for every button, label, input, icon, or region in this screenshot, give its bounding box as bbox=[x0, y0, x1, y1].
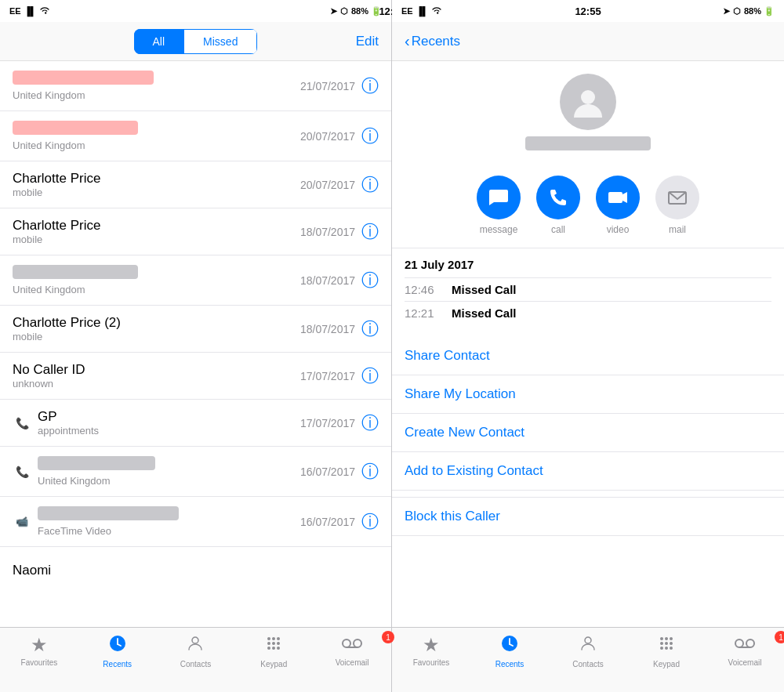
svg-point-26 bbox=[670, 637, 673, 640]
info-icon-7[interactable]: ⓘ bbox=[361, 364, 379, 388]
call-item-11[interactable]: Naomi bbox=[0, 547, 391, 594]
svg-point-24 bbox=[660, 637, 663, 640]
svg-point-29 bbox=[670, 642, 673, 645]
call-date-10: 16/07/2017 bbox=[300, 516, 355, 528]
call-info-4: Charlotte Price mobile bbox=[13, 218, 300, 245]
call-sub-7: unknown bbox=[13, 378, 300, 389]
info-icon-6[interactable]: ⓘ bbox=[361, 317, 379, 341]
svg-point-16 bbox=[581, 90, 595, 104]
info-icon-5[interactable]: ⓘ bbox=[361, 269, 379, 292]
tab-voicemail-right[interactable]: 1 Voicemail bbox=[706, 634, 784, 667]
contact-name-blurred bbox=[525, 136, 651, 150]
svg-point-5 bbox=[272, 637, 275, 640]
call-item-7[interactable]: No Caller ID unknown 17/07/2017 ⓘ bbox=[0, 353, 391, 400]
create-contact-item[interactable]: Create New Contact bbox=[392, 414, 784, 452]
info-icon-10[interactable]: ⓘ bbox=[361, 510, 379, 534]
info-icon-4[interactable]: ⓘ bbox=[361, 220, 379, 244]
call-date-6: 18/07/2017 bbox=[300, 323, 355, 335]
call-sub-9: United Kingdom bbox=[38, 475, 300, 487]
tab-contacts-right[interactable]: Contacts bbox=[549, 634, 627, 668]
nav-bar-left: All Missed Edit bbox=[0, 22, 391, 61]
video-action-btn[interactable]: video bbox=[596, 176, 640, 235]
star-icon-right: ★ bbox=[423, 634, 440, 656]
tab-label-keypad-left: Keypad bbox=[260, 660, 287, 668]
call-item-3[interactable]: Charlotte Price mobile 20/07/2017 ⓘ bbox=[0, 161, 391, 208]
location-icon-left: ➤ bbox=[330, 6, 337, 16]
info-icon-2[interactable]: ⓘ bbox=[361, 125, 379, 148]
add-existing-item[interactable]: Add to Existing Contact bbox=[392, 452, 784, 491]
call-action-btn[interactable]: call bbox=[536, 176, 580, 235]
tab-favourites-right[interactable]: ★ Favourites bbox=[392, 634, 470, 667]
call-name-blurred-9 bbox=[38, 456, 155, 470]
call-sub-4: mobile bbox=[13, 234, 300, 245]
svg-point-28 bbox=[665, 642, 668, 645]
tab-contacts-left[interactable]: Contacts bbox=[157, 634, 235, 668]
info-icon-3[interactable]: ⓘ bbox=[361, 173, 379, 197]
block-section: Block this Caller bbox=[392, 497, 784, 536]
time-right: 12:55 bbox=[575, 5, 601, 17]
tab-label-recents-right: Recents bbox=[495, 660, 524, 668]
bluetooth-icon-right: ⬡ bbox=[733, 6, 741, 16]
edit-button[interactable]: Edit bbox=[356, 34, 379, 49]
call-name-8: GP bbox=[38, 409, 300, 425]
message-action-btn[interactable]: message bbox=[477, 176, 521, 235]
call-date-9: 16/07/2017 bbox=[300, 466, 355, 478]
call-info-1: United Kingdom bbox=[13, 71, 300, 101]
info-icon-1[interactable]: ⓘ bbox=[361, 74, 379, 98]
block-caller-item[interactable]: Block this Caller bbox=[392, 497, 784, 536]
carrier-right: EE bbox=[401, 6, 413, 16]
tab-favourites-left[interactable]: ★ Favourites bbox=[0, 634, 78, 667]
info-icon-9[interactable]: ⓘ bbox=[361, 460, 379, 484]
call-item-5[interactable]: United Kingdom 18/07/2017 ⓘ bbox=[0, 255, 391, 306]
voicemail-icon-left: 1 bbox=[341, 634, 363, 656]
call-sub-5: United Kingdom bbox=[13, 284, 300, 295]
call-name-blurred-1 bbox=[13, 71, 154, 85]
tab-bar-left: ★ Favourites Recents Contacts Keypad 1 bbox=[0, 627, 391, 692]
tab-recents-left[interactable]: Recents bbox=[78, 634, 157, 668]
right-status-icons-right: ➤ ⬡ 88% 🔋 bbox=[723, 6, 775, 16]
call-info-10: FaceTime Video bbox=[38, 506, 300, 537]
status-bar-left: EE ▐▌ 12:54 ➤ ⬡ 88% 🔋 bbox=[0, 0, 391, 22]
signal-icon: ▐▌ bbox=[24, 6, 37, 16]
call-item-1[interactable]: United Kingdom 21/07/2017 ⓘ bbox=[0, 61, 391, 111]
call-name-6: Charlotte Price (2) bbox=[13, 315, 300, 331]
call-history-item-2: 12:21 Missed Call bbox=[405, 301, 771, 324]
left-status-icons-right: EE ▐▌ bbox=[401, 6, 442, 16]
call-date-2: 20/07/2017 bbox=[300, 130, 355, 143]
call-item-6[interactable]: Charlotte Price (2) mobile 18/07/2017 ⓘ bbox=[0, 306, 391, 353]
tab-recents-right[interactable]: Recents bbox=[470, 634, 549, 668]
share-location-item[interactable]: Share My Location bbox=[392, 375, 784, 414]
segment-control[interactable]: All Missed bbox=[134, 29, 258, 54]
call-info-9: United Kingdom bbox=[38, 456, 300, 487]
nav-bar-right: ‹ Recents bbox=[392, 22, 784, 61]
info-icon-8[interactable]: ⓘ bbox=[361, 411, 379, 435]
call-info-2: United Kingdom bbox=[13, 121, 300, 151]
call-info-11: Naomi bbox=[13, 563, 379, 578]
call-item-8[interactable]: 📞 GP appointments 17/07/2017 ⓘ bbox=[0, 400, 391, 447]
call-item-9[interactable]: 📞 United Kingdom 16/07/2017 ⓘ bbox=[0, 447, 391, 497]
svg-point-33 bbox=[735, 639, 743, 647]
segment-all[interactable]: All bbox=[134, 29, 184, 54]
call-sub-3: mobile bbox=[13, 187, 300, 198]
call-name-4: Charlotte Price bbox=[13, 218, 300, 234]
ch-status-2: Missed Call bbox=[452, 306, 517, 320]
svg-point-32 bbox=[670, 647, 673, 650]
mail-action-btn[interactable]: mail bbox=[655, 176, 699, 235]
tab-label-contacts-right: Contacts bbox=[572, 660, 603, 668]
tab-keypad-left[interactable]: Keypad bbox=[234, 634, 313, 668]
tab-keypad-right[interactable]: Keypad bbox=[627, 634, 706, 668]
back-button[interactable]: ‹ Recents bbox=[405, 32, 460, 50]
location-icon-right: ➤ bbox=[723, 6, 730, 16]
message-icon-circle bbox=[477, 176, 521, 219]
segment-missed[interactable]: Missed bbox=[183, 29, 257, 54]
call-item-10[interactable]: 📹 FaceTime Video 16/07/2017 ⓘ bbox=[0, 497, 391, 547]
tab-voicemail-left[interactable]: 1 Voicemail bbox=[313, 634, 391, 667]
call-sub-2: United Kingdom bbox=[13, 139, 300, 151]
call-item-4[interactable]: Charlotte Price mobile 18/07/2017 ⓘ bbox=[0, 208, 391, 255]
video-btn-label: video bbox=[607, 224, 630, 235]
call-history-item-1: 12:46 Missed Call bbox=[405, 277, 771, 301]
call-item-2[interactable]: United Kingdom 20/07/2017 ⓘ bbox=[0, 111, 391, 161]
right-status-icons-left: ➤ ⬡ 88% 🔋 bbox=[330, 6, 382, 16]
action-buttons: message call video mail bbox=[392, 163, 784, 248]
share-contact-item[interactable]: Share Contact bbox=[392, 337, 784, 375]
